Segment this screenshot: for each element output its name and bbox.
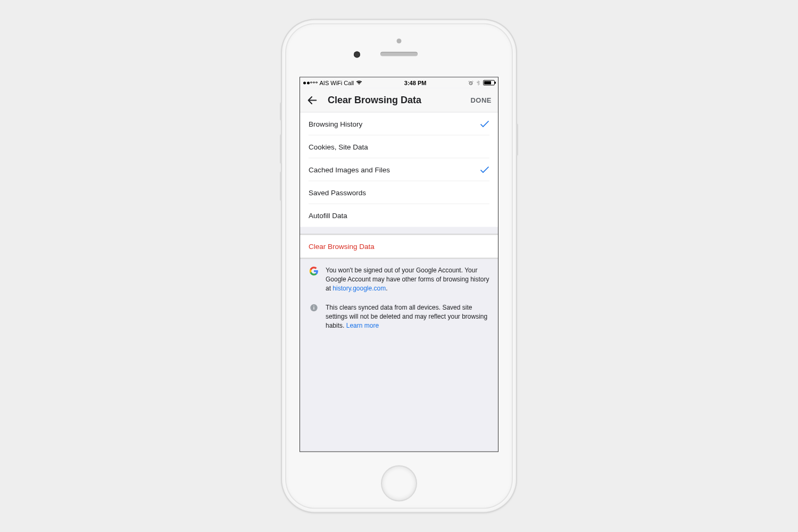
signal-dots-icon xyxy=(303,81,318,84)
checkmark-icon xyxy=(480,166,489,173)
google-note-suffix: . xyxy=(386,284,387,292)
carrier-label: AIS WiFi Call xyxy=(320,80,354,86)
proximity-sensor xyxy=(397,39,402,44)
back-arrow-icon[interactable] xyxy=(306,94,318,106)
learn-more-link[interactable]: Learn more xyxy=(346,321,379,329)
option-cached-images-files[interactable]: Cached Images and Files xyxy=(300,159,498,181)
nav-header: Clear Browsing Data DONE xyxy=(300,88,498,113)
option-label: Cached Images and Files xyxy=(309,166,390,174)
history-google-link[interactable]: history.google.com xyxy=(332,284,386,292)
phone-frame: AIS WiFi Call 3:48 PM xyxy=(282,20,516,512)
option-autofill-data[interactable]: Autofill Data xyxy=(300,204,498,227)
option-label: Browsing History xyxy=(309,120,362,128)
done-button[interactable]: DONE xyxy=(470,96,492,104)
page-title: Clear Browsing Data xyxy=(328,95,470,106)
svg-rect-2 xyxy=(313,307,314,310)
google-account-note: You won't be signed out of your Google A… xyxy=(300,259,498,296)
option-cookies-site-data[interactable]: Cookies, Site Data xyxy=(300,136,498,159)
google-logo-icon xyxy=(309,267,319,276)
sync-note: This clears synced data from all devices… xyxy=(300,296,498,333)
phone-screen: AIS WiFi Call 3:48 PM xyxy=(300,77,498,452)
volume-down-button xyxy=(280,172,282,201)
clear-browsing-data-button[interactable]: Clear Browsing Data xyxy=(300,235,498,259)
info-icon xyxy=(310,304,318,312)
option-label: Saved Passwords xyxy=(309,189,366,197)
battery-icon xyxy=(483,80,495,86)
option-label: Autofill Data xyxy=(309,212,347,220)
mute-switch xyxy=(280,103,282,121)
options-list: Browsing History Cookies, Site Data Cach… xyxy=(300,113,498,227)
alarm-icon xyxy=(468,80,473,86)
wifi-icon xyxy=(356,80,362,86)
checkmark-icon xyxy=(480,120,489,128)
home-button[interactable] xyxy=(382,467,416,501)
front-camera xyxy=(354,52,360,58)
earpiece-speaker xyxy=(380,52,418,56)
option-browsing-history[interactable]: Browsing History xyxy=(300,113,498,136)
content-area: Browsing History Cookies, Site Data Cach… xyxy=(300,113,498,334)
clock: 3:48 PM xyxy=(404,80,427,86)
svg-rect-3 xyxy=(313,306,314,306)
bluetooth-icon xyxy=(476,80,481,86)
option-label: Cookies, Site Data xyxy=(309,143,368,151)
volume-up-button xyxy=(280,135,282,164)
status-bar: AIS WiFi Call 3:48 PM xyxy=(300,78,498,88)
option-saved-passwords[interactable]: Saved Passwords xyxy=(300,181,498,204)
power-button xyxy=(516,124,518,156)
